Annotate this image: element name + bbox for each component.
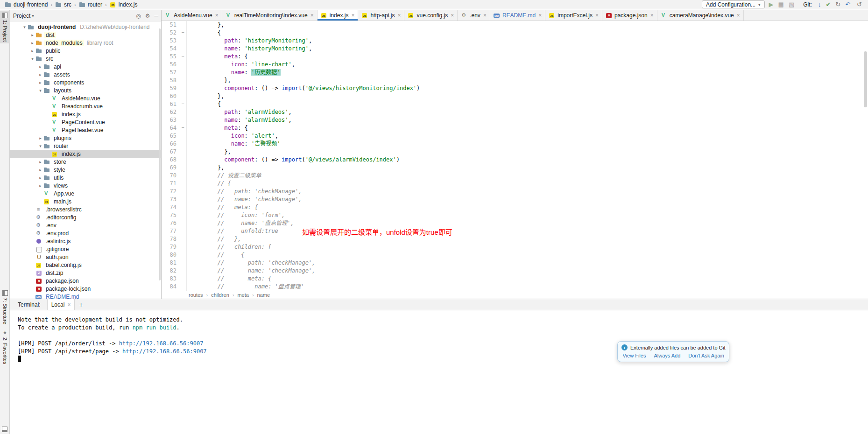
breadcrumb-item-index-js[interactable]: index.js — [109, 1, 139, 8]
tree-item-dist[interactable]: ▸dist — [10, 31, 161, 39]
expand-arrow-icon[interactable]: ▾ — [37, 88, 43, 93]
expand-arrow-icon[interactable]: ▸ — [29, 49, 35, 53]
expand-arrow-icon[interactable]: ▸ — [37, 168, 43, 172]
new-terminal-button[interactable]: + — [75, 299, 87, 310]
editor-tab-cameramanage-index-vue[interactable]: cameraManage\index.vue× — [657, 10, 744, 21]
git-history-icon[interactable]: ↻ — [835, 1, 840, 8]
profiler-icon[interactable]: ▧ — [789, 1, 794, 8]
expand-arrow-icon[interactable]: ▸ — [37, 80, 43, 85]
terminal-output[interactable]: Note that the development build is not o… — [10, 310, 868, 434]
close-tab-icon[interactable]: × — [451, 13, 454, 18]
close-tab-icon[interactable]: × — [311, 13, 314, 18]
settings-gear-icon[interactable]: ⚙ — [145, 13, 150, 19]
expand-arrow-icon[interactable]: ▸ — [37, 72, 43, 77]
terminal-tab-local[interactable]: Local × — [47, 299, 75, 310]
toolwindow-favorites-button[interactable]: ★ 2: Favorites — [0, 328, 10, 366]
tree-item-index-js[interactable]: index.js — [10, 110, 161, 118]
tree-item-store[interactable]: ▸store — [10, 158, 161, 166]
add-configuration-button[interactable]: Add Configuration... ▾ — [702, 0, 765, 8]
expand-arrow-icon[interactable]: ▾ — [21, 25, 28, 29]
editor-breadcrumb-children[interactable]: children — [211, 292, 229, 298]
editor-tab-http-api-js[interactable]: http-api.js× — [358, 10, 404, 21]
tree-item-views[interactable]: ▸views — [10, 182, 161, 189]
tree-item-public[interactable]: ▸public — [10, 47, 161, 55]
editor-tab-package-json[interactable]: package.json× — [602, 10, 657, 21]
expand-arrow-icon[interactable]: ▸ — [37, 183, 43, 188]
expand-arrow-icon[interactable]: ▸ — [29, 41, 35, 45]
expand-arrow-icon[interactable]: ▾ — [37, 144, 43, 148]
tree-item-pageheader-vue[interactable]: PageHeader.vue — [10, 126, 161, 134]
editor-tab-readme-md[interactable]: README.md× — [490, 10, 545, 21]
tree-item-utils[interactable]: ▸utils — [10, 174, 161, 182]
editor-scrollbar[interactable] — [863, 26, 868, 286]
close-tab-icon[interactable]: × — [737, 13, 740, 18]
tree-item-src[interactable]: ▾src — [10, 55, 161, 63]
terminal-link[interactable]: http://192.168.66.56:9007 — [119, 340, 204, 347]
always-add-link[interactable]: Always Add — [654, 353, 680, 358]
expand-arrow-icon[interactable]: ▾ — [29, 56, 35, 61]
tree-item-editorconfig[interactable]: .editorconfig — [10, 213, 161, 221]
expand-arrow-icon[interactable]: ▸ — [37, 136, 43, 140]
fold-marker-icon[interactable]: − — [179, 100, 187, 108]
tree-item-env[interactable]: .env — [10, 221, 161, 229]
editor-breadcrumb-name[interactable]: name — [257, 292, 270, 298]
tree-item-eslintrc-js[interactable]: .eslintrc.js — [10, 237, 161, 245]
close-icon[interactable]: × — [67, 301, 71, 308]
toolwindow-structure-button[interactable]: 7: Structure — [0, 288, 10, 326]
tree-item-package-lock-json[interactable]: package-lock.json — [10, 285, 161, 293]
tree-item-env-prod[interactable]: .env.prod — [10, 229, 161, 237]
fold-marker-icon[interactable]: − — [179, 53, 187, 61]
tree-item-duoji-frontend[interactable]: ▾duoji-frontendD:\zheheWeb\duoji-fronten… — [10, 23, 161, 31]
run-icon[interactable]: ▶ — [769, 1, 774, 8]
breadcrumb-item-duoji-frontend[interactable]: duoji-frontend — [4, 1, 49, 8]
project-scrollbar[interactable] — [159, 28, 161, 280]
build-icon[interactable]: ▦ — [778, 1, 784, 8]
close-tab-icon[interactable]: × — [650, 13, 654, 18]
tree-item-babel-config-js[interactable]: babel.config.js — [10, 261, 161, 269]
restore-layout-icon[interactable]: ↺ — [857, 1, 862, 8]
close-tab-icon[interactable]: × — [483, 13, 487, 18]
tree-item-main-js[interactable]: main.js — [10, 197, 161, 205]
close-tab-icon[interactable]: × — [538, 13, 542, 18]
breadcrumb-item-router[interactable]: router — [78, 1, 103, 8]
fold-marker-icon[interactable]: − — [179, 29, 187, 37]
tree-item-auth-json[interactable]: auth.json — [10, 253, 161, 261]
code-editor[interactable]: 51 },52− {53 path: 'historyMonitoring',5… — [162, 21, 868, 291]
breadcrumb-item-src[interactable]: src — [54, 1, 72, 8]
view-files-link[interactable]: View Files — [622, 353, 646, 358]
expand-arrow-icon[interactable]: ▸ — [37, 64, 43, 69]
git-commit-icon[interactable]: ✔ — [826, 1, 831, 8]
editor-tab-realtimemonitoring-index-vue[interactable]: realTimeMonitoring\index.vue× — [222, 10, 318, 21]
editor-breadcrumb-meta[interactable]: meta — [237, 292, 248, 298]
hide-panel-icon[interactable]: ─ — [154, 13, 158, 19]
project-panel-title[interactable]: Project — [13, 13, 30, 19]
editor-tab-importexcel-js[interactable]: importExcel.js× — [545, 10, 602, 21]
chevron-down-icon[interactable]: ▾ — [32, 14, 34, 18]
expand-arrow-icon[interactable]: ▸ — [37, 175, 43, 180]
tree-item-gitignore[interactable]: .gitignore — [10, 245, 161, 253]
editor-tab-env[interactable]: .env× — [458, 10, 490, 21]
tree-item-assets[interactable]: ▸assets — [10, 70, 161, 78]
close-tab-icon[interactable]: × — [215, 13, 219, 18]
tree-item-browserslistrc[interactable]: .browserslistrc — [10, 205, 161, 213]
tree-item-breadcrumb-vue[interactable]: Breadcrumb.vue — [10, 102, 161, 110]
tree-item-readme-md[interactable]: README.md — [10, 293, 161, 299]
tree-item-index-js[interactable]: index.js — [10, 150, 161, 158]
locate-file-icon[interactable]: ◎ — [136, 13, 141, 19]
don-t-ask-again-link[interactable]: Don't Ask Again — [688, 353, 724, 358]
git-rollback-icon[interactable]: ↶ — [845, 1, 850, 8]
toolwindow-project-button[interactable]: 1: Project — [0, 11, 10, 43]
tree-item-package-json[interactable]: package.json — [10, 277, 161, 285]
tree-item-api[interactable]: ▸api — [10, 63, 161, 70]
editor-tab-index-js[interactable]: index.js× — [318, 10, 359, 21]
editor-breadcrumb-routes[interactable]: routes — [189, 292, 203, 298]
expand-arrow-icon[interactable]: ▸ — [29, 33, 35, 37]
editor-tab-vue-config-js[interactable]: vue.config.js× — [404, 10, 458, 21]
editor-tab-asidemenu-vue[interactable]: AsideMenu.vue× — [162, 10, 222, 21]
terminal-link[interactable]: http://192.168.66.56:9007 — [122, 348, 207, 355]
tree-item-pagecontent-vue[interactable]: PageContent.vue — [10, 118, 161, 126]
tree-item-plugins[interactable]: ▸plugins — [10, 134, 161, 142]
tree-item-style[interactable]: ▸style — [10, 166, 161, 174]
close-tab-icon[interactable]: × — [351, 13, 354, 18]
tree-item-asidemenu-vue[interactable]: AsideMenu.vue — [10, 94, 161, 102]
